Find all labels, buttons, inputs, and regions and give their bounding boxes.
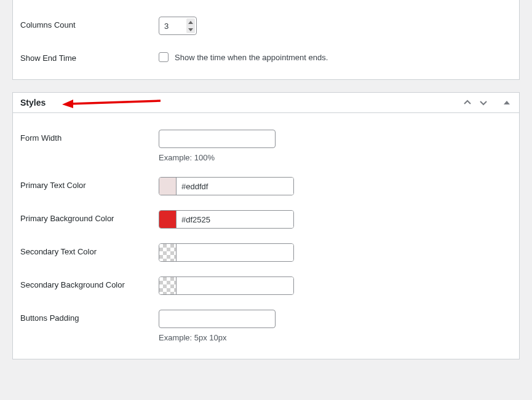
secondary-text-color-input[interactable] [177,244,293,261]
show-end-time-label: Show End Time [20,50,159,63]
styles-panel: Styles Form Width [12,92,520,359]
field-secondary-bg-color: Secondary Background Color [20,269,512,302]
show-end-time-checkbox-row: Show the time when the appointment ends. [159,50,512,62]
settings-panel-top-body: Columns Count [13,0,519,79]
primary-bg-color-swatch[interactable] [159,211,177,228]
collapse-icon[interactable] [502,98,512,108]
columns-count-down[interactable] [186,26,195,33]
secondary-bg-color-field[interactable] [159,276,294,295]
secondary-bg-color-label: Secondary Background Color [20,276,159,289]
columns-count-spinner [186,18,195,33]
svg-line-0 [69,101,161,104]
buttons-padding-input[interactable] [159,310,276,328]
primary-bg-color-field[interactable] [159,210,294,229]
primary-text-color-input[interactable] [177,178,293,195]
buttons-padding-label: Buttons Padding [20,310,159,323]
styles-panel-title: Styles [20,98,46,108]
primary-text-color-control [159,177,512,195]
primary-bg-color-control [159,210,512,229]
form-width-input[interactable] [159,130,276,148]
secondary-bg-color-input[interactable] [177,277,293,294]
annotation-arrow-icon [62,97,161,108]
primary-bg-color-label: Primary Background Color [20,210,159,223]
form-width-control: Example: 100% [159,130,512,162]
show-end-time-checkbox[interactable] [159,52,169,62]
buttons-padding-control: Example: 5px 10px [159,310,512,342]
field-primary-text-color: Primary Text Color [20,170,512,203]
show-end-time-control: Show the time when the appointment ends. [159,50,512,62]
buttons-padding-hint: Example: 5px 10px [159,333,512,342]
form-width-label: Form Width [20,130,159,143]
primary-bg-color-input[interactable] [177,211,293,228]
move-down-icon[interactable] [478,98,488,108]
secondary-text-color-field[interactable] [159,243,294,262]
secondary-bg-color-control [159,276,512,295]
form-width-hint: Example: 100% [159,153,512,162]
primary-text-color-field[interactable] [159,177,294,195]
field-secondary-text-color: Secondary Text Color [20,236,512,269]
field-primary-bg-color: Primary Background Color [20,203,512,236]
primary-text-color-label: Primary Text Color [20,177,159,190]
columns-count-up[interactable] [186,18,195,26]
show-end-time-checkbox-label: Show the time when the appointment ends. [175,53,328,62]
columns-count-control [159,17,512,35]
field-show-end-time: Show End Time Show the time when the app… [20,42,512,70]
secondary-text-color-swatch[interactable] [159,244,177,261]
move-up-icon[interactable] [463,98,472,108]
settings-panel-top: Columns Count [12,0,520,80]
field-columns-count: Columns Count [20,9,512,42]
columns-count-label: Columns Count [20,17,159,29]
primary-text-color-swatch[interactable] [159,178,177,195]
secondary-text-color-control [159,243,512,262]
styles-panel-header[interactable]: Styles [13,93,519,113]
columns-count-stepper[interactable] [159,17,197,35]
styles-panel-body: Form Width Example: 100% Primary Text Co… [13,113,519,359]
field-form-width: Form Width Example: 100% [20,122,512,170]
field-buttons-padding: Buttons Padding Example: 5px 10px [20,302,512,350]
secondary-text-color-label: Secondary Text Color [20,243,159,256]
secondary-bg-color-swatch[interactable] [159,277,177,294]
panel-header-controls [463,98,512,108]
svg-marker-1 [62,100,73,108]
